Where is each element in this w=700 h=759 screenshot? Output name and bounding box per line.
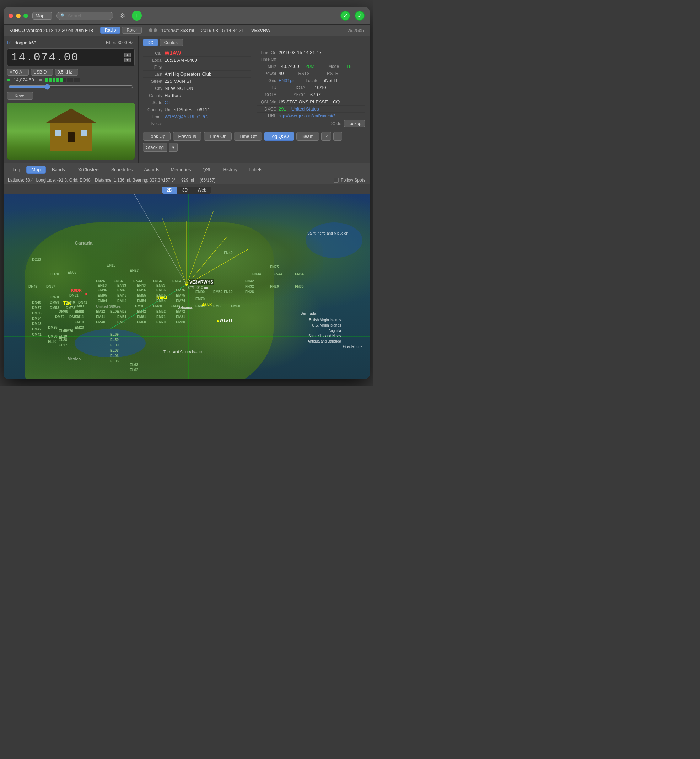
grid-en43: EN43 bbox=[137, 284, 146, 287]
grid-em72: EM72 bbox=[176, 309, 185, 313]
map-2d-tab[interactable]: 2D bbox=[162, 187, 177, 194]
right-panel: DX Contest Call W1AW Local 10:31 AM -040… bbox=[139, 36, 370, 163]
settings-button[interactable]: ⚙ bbox=[118, 11, 128, 20]
map-3d-tab[interactable]: 3D bbox=[177, 187, 192, 194]
stacking-arrow[interactable]: ▼ bbox=[169, 143, 178, 152]
last-label: Last bbox=[143, 72, 162, 77]
look-up-button[interactable]: Look Up bbox=[143, 132, 170, 141]
building-roof bbox=[46, 108, 96, 123]
sig-bar-7 bbox=[67, 78, 70, 82]
local-value: 10:31 AM -0400 bbox=[164, 58, 197, 63]
callsign-row: ☑ dogpark63 Filter: 3000 Hz. bbox=[7, 40, 135, 45]
minimize-button[interactable] bbox=[16, 14, 20, 18]
time-on-row: Time On 2019-08-15 14:31:47 bbox=[257, 49, 365, 56]
grid-dn81: DN81 bbox=[69, 294, 78, 297]
frequency-display: 14.074.00 bbox=[11, 51, 79, 64]
check-button-1[interactable]: ✓ bbox=[341, 11, 350, 20]
map-area: Canada Mexico United States DC33 CO70 DN… bbox=[3, 194, 370, 379]
grid-fn75: FN75 bbox=[270, 265, 278, 269]
radio-tab[interactable]: Radio bbox=[100, 27, 120, 34]
sub-frequency: 14,074.50 bbox=[14, 77, 34, 83]
tab-log[interactable]: Log bbox=[7, 166, 26, 174]
r-button[interactable]: R bbox=[321, 132, 331, 141]
grid-em60b: EM60 bbox=[137, 320, 146, 324]
street-row: Street 225 MAIN ST bbox=[143, 78, 251, 85]
grid-en53: EN53 bbox=[156, 284, 165, 287]
power-label: Power bbox=[257, 71, 277, 76]
grid-dn57: DN57 bbox=[46, 285, 55, 289]
map-select[interactable]: Map bbox=[32, 12, 52, 20]
grid-em50: EM50 bbox=[213, 304, 222, 308]
maximize-button[interactable] bbox=[23, 14, 28, 18]
ak0r-callsign: AK0R bbox=[203, 302, 212, 306]
left-panel: ☑ dogpark63 Filter: 3000 Hz. 14.074.00 ▲… bbox=[3, 36, 139, 163]
grid-em41: EM41 bbox=[96, 315, 105, 319]
county-label: County bbox=[143, 93, 162, 98]
previous-button[interactable]: Previous bbox=[173, 132, 202, 141]
time-on-button[interactable]: Time On bbox=[204, 132, 232, 141]
power-value: 40 bbox=[278, 71, 284, 76]
main-window: Map 🔍 ⚙ ↓ ✓ ✓ K0HUU Worked 2018-12-30 on… bbox=[3, 7, 370, 379]
plus-button[interactable]: + bbox=[333, 132, 342, 141]
grid-em71: EM71 bbox=[156, 315, 166, 319]
search-icon: 🔍 bbox=[60, 13, 66, 18]
contest-tab[interactable]: Contest bbox=[159, 39, 183, 46]
step-select[interactable]: 0.5 kHz bbox=[55, 69, 78, 76]
volume-slider[interactable] bbox=[9, 84, 133, 89]
download-button[interactable]: ↓ bbox=[132, 11, 142, 20]
grid-cm41: CM41 bbox=[32, 333, 42, 336]
callsign-label: dogpark63 bbox=[14, 40, 36, 45]
dx-tab[interactable]: DX bbox=[143, 39, 158, 46]
mode-select[interactable]: USB-D bbox=[31, 69, 53, 76]
grid-dn40: DN40 bbox=[32, 301, 41, 305]
tab-schedules[interactable]: Schedules bbox=[106, 166, 138, 174]
lookup-button[interactable]: Lookup bbox=[344, 120, 365, 127]
grid-value: FN31pr bbox=[278, 78, 294, 83]
grid-v-2 bbox=[96, 194, 96, 379]
map-web-tab[interactable]: Web bbox=[192, 187, 211, 194]
state-label: State bbox=[143, 100, 162, 105]
filter-label: Filter: 3000 Hz. bbox=[106, 40, 135, 45]
sota-label: SOTA bbox=[257, 92, 277, 97]
antigua-label: Antigua and Barbuda bbox=[308, 339, 341, 343]
rstr-label: RSTR bbox=[319, 71, 338, 76]
close-button[interactable] bbox=[9, 14, 13, 18]
dx-contest-tabs: DX Contest bbox=[143, 39, 183, 46]
grid-el03: EL03 bbox=[130, 368, 138, 372]
search-input[interactable] bbox=[68, 13, 111, 19]
time-off-button[interactable]: Time Off bbox=[234, 132, 262, 141]
grid-em65: EM65 bbox=[156, 294, 166, 297]
tab-memories[interactable]: Memories bbox=[165, 166, 196, 174]
vfo-select[interactable]: VFO A bbox=[7, 69, 29, 76]
url-value: http://www.qrz.com/xml/current/?... bbox=[278, 114, 339, 118]
tab-qsl[interactable]: QSL bbox=[197, 166, 217, 174]
county-row: County Hartford bbox=[143, 92, 251, 99]
tab-awards[interactable]: Awards bbox=[139, 166, 164, 174]
grid-fn42: FN42 bbox=[245, 279, 254, 283]
vfo-row: VFO A USB-D 0.5 kHz bbox=[7, 69, 135, 76]
county-value: Hartford bbox=[164, 93, 181, 98]
rotor-tab[interactable]: Rotor bbox=[122, 27, 141, 34]
tab-history[interactable]: History bbox=[218, 166, 243, 174]
keyer-button[interactable]: Keyer bbox=[7, 92, 33, 100]
beam-button[interactable]: Beam bbox=[296, 132, 319, 141]
follow-spots-checkbox[interactable] bbox=[334, 178, 339, 183]
tab-labels[interactable]: Labels bbox=[244, 166, 267, 174]
radio-rotor-tabs: Radio Rotor bbox=[100, 27, 142, 34]
freq-down[interactable]: ▼ bbox=[124, 58, 131, 62]
grid-dm06: DM06 bbox=[75, 309, 84, 313]
tab-dxclusters[interactable]: DXClusters bbox=[71, 166, 105, 174]
grid-en44: EN44 bbox=[133, 279, 142, 283]
grid-em75: EM75 bbox=[176, 294, 185, 297]
tab-map[interactable]: Map bbox=[26, 166, 46, 174]
freq-up[interactable]: ▲ bbox=[124, 53, 131, 57]
log-qso-button[interactable]: Log QSO bbox=[264, 132, 294, 141]
anguilla-label: Anguilla bbox=[328, 329, 341, 333]
itu-label: ITU bbox=[257, 85, 277, 90]
stacking-button[interactable]: Stacking bbox=[143, 143, 167, 152]
email-label: Email bbox=[143, 114, 162, 119]
tab-bands[interactable]: Bands bbox=[47, 166, 70, 174]
check-button-2[interactable]: ✓ bbox=[355, 11, 364, 20]
grid-em00: EM00 bbox=[110, 304, 119, 308]
building-window-right bbox=[81, 130, 87, 136]
